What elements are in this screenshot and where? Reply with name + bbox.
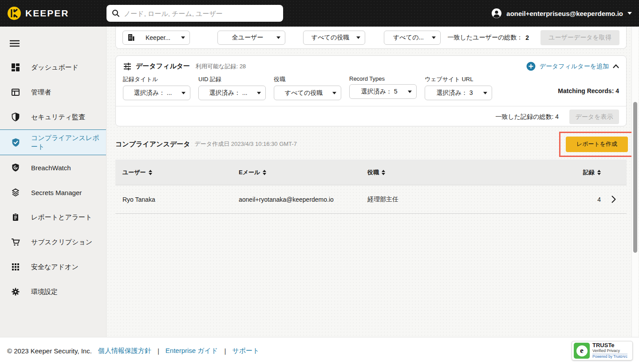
- plus-circle-icon: [526, 62, 536, 71]
- matched-users-label: 一致したユーザーの総数：: [448, 34, 523, 42]
- sort-icon[interactable]: [597, 170, 601, 175]
- truste-badge[interactable]: e TRUSTe Verified Privacy Powered by Tru…: [572, 341, 633, 360]
- scrollbar-track[interactable]: [631, 27, 638, 337]
- sort-icon[interactable]: [149, 170, 152, 175]
- gear-icon: [11, 287, 20, 296]
- shield-check-icon: [11, 138, 20, 147]
- sidebar-item-label: レポートとアラート: [31, 213, 92, 222]
- add-data-filter-link[interactable]: データフィルターを追加: [526, 62, 619, 71]
- search-input[interactable]: [124, 10, 278, 17]
- keeper-logo[interactable]: KEEPER: [7, 6, 69, 20]
- sidebar-item-breachwatch[interactable]: BreachWatch: [0, 155, 106, 180]
- create-report-button[interactable]: レポートを作成: [566, 137, 628, 152]
- add-data-filter-label: データフィルターを追加: [540, 63, 609, 70]
- global-search[interactable]: [106, 5, 283, 22]
- col-header-records: 記録: [583, 168, 595, 176]
- clipboard-icon: [11, 213, 20, 222]
- table-row[interactable]: Ryo Tanaka aoneil+ryotanaka@keeperdemo.i…: [115, 185, 627, 214]
- roles-dropdown-value: すべての役職: [308, 34, 353, 42]
- cell-role: 経理部主任: [367, 196, 398, 204]
- record-types-dropdown[interactable]: 選択済み： 5: [349, 84, 417, 99]
- cell-records: 4: [597, 196, 601, 203]
- compliance-created-date: データ作成日 2023/4/3 10:16:30 GMT-7: [195, 140, 297, 148]
- filter-label: ウェブサイト URL: [425, 75, 492, 83]
- compliance-title: コンプライアンスデータ: [115, 140, 190, 149]
- cart-icon: [11, 238, 20, 247]
- row-expand-button[interactable]: [601, 196, 627, 203]
- caret-down-icon: [408, 90, 412, 93]
- chevron-right-icon: [611, 196, 616, 203]
- account-menu[interactable]: aoneil+enterpriseus@keeperdemo.io: [491, 0, 632, 27]
- footer-link-enterprise-guide[interactable]: Enterprise ガイド: [166, 347, 218, 355]
- record-uid-dropdown[interactable]: 選択済み： ...: [198, 86, 266, 100]
- get-user-data-button[interactable]: ユーザーデータを取得: [540, 30, 619, 45]
- matching-records-label: Matching Records: 4: [558, 87, 619, 94]
- truste-logo-letter: e: [576, 345, 588, 356]
- truste-powered-by: Powered by TrustArc: [592, 354, 627, 359]
- caret-down-icon: [483, 92, 487, 94]
- cell-email: aoneil+ryotanaka@keeperdemo.io: [239, 196, 334, 203]
- role-filter-dropdown-value: すべての役職: [279, 89, 329, 97]
- teams-dropdown-value: すべての...: [389, 34, 428, 42]
- filter-role: 役職 すべての役職: [274, 75, 341, 100]
- chevron-up-icon[interactable]: [613, 64, 619, 68]
- copyright-text: © 2023 Keeper Security, Inc.: [7, 347, 92, 355]
- caret-down-icon: [432, 36, 436, 39]
- footer-link-support[interactable]: サポート: [232, 347, 259, 355]
- shield-half-icon: [11, 113, 20, 121]
- sidebar-item-label: 管理者: [31, 88, 51, 97]
- roles-dropdown[interactable]: すべての役職: [303, 31, 365, 45]
- col-header-email: Eメール: [239, 168, 260, 176]
- show-data-button[interactable]: データを表示: [569, 110, 619, 124]
- record-uid-dropdown-value: 選択済み： ...: [203, 89, 253, 97]
- col-header-role: 役職: [367, 168, 379, 176]
- caret-down-icon: [332, 92, 336, 94]
- footer-link-privacy[interactable]: 個人情報保護方針: [98, 347, 151, 355]
- sidebar-item-subscription[interactable]: サブスクリプション: [0, 230, 106, 254]
- filter-label: 記録タイトル: [123, 75, 190, 83]
- layers-icon: [11, 188, 20, 197]
- compliance-header: コンプライアンスデータ データ作成日 2023/4/3 10:16:30 GMT…: [115, 132, 627, 157]
- brand-name: KEEPER: [25, 8, 69, 19]
- sidebar-item-security-audit[interactable]: セキュリティ監査: [0, 105, 106, 129]
- sidebar-item-admin[interactable]: 管理者: [0, 80, 106, 105]
- node-dropdown-value: Keeper...: [138, 34, 178, 41]
- sort-icon[interactable]: [263, 170, 266, 175]
- sort-icon[interactable]: [382, 170, 385, 175]
- caret-down-icon: [181, 92, 185, 94]
- sidebar: ダッシュボード 管理者 セキュリティ監査 コンプライアンスレポート: [0, 27, 106, 337]
- role-filter-dropdown[interactable]: すべての役職: [274, 86, 341, 100]
- caret-down-icon: [276, 36, 280, 39]
- scrollbar-thumb[interactable]: [633, 102, 637, 253]
- sidebar-item-compliance-reports[interactable]: コンプライアンスレポート: [0, 129, 106, 155]
- topbar: KEEPER aoneil+enterpriseus@keeperdemo.io: [0, 0, 639, 27]
- sidebar-item-dashboard[interactable]: ダッシュボード: [0, 55, 106, 80]
- node-dropdown[interactable]: Keeper...: [122, 31, 190, 45]
- website-url-dropdown-value: 選択済み： 3: [430, 89, 480, 97]
- sidebar-item-label: 安全なアドオン: [31, 263, 79, 271]
- sidebar-item-label: ダッシュボード: [31, 63, 79, 72]
- main-content: Keeper... 全ユーザー すべての役職 すべての... 一致したユーザーの…: [106, 27, 639, 337]
- dashboard-icon: [11, 63, 20, 72]
- record-types-dropdown-value: 選択済み： 5: [354, 88, 404, 96]
- sidebar-item-settings[interactable]: 環境設定: [0, 279, 106, 304]
- sidebar-item-reports-alerts[interactable]: レポートとアラート: [0, 205, 106, 230]
- sidebar-item-secure-addons[interactable]: 安全なアドオン: [0, 254, 106, 279]
- search-icon: [112, 9, 120, 17]
- record-title-dropdown[interactable]: 選択済み： ...: [123, 86, 190, 100]
- footer: © 2023 Keeper Security, Inc. 個人情報保護方針 | …: [0, 337, 639, 364]
- sidebar-item-secrets-manager[interactable]: Secrets Manager: [0, 180, 106, 205]
- website-url-dropdown[interactable]: 選択済み： 3: [425, 86, 492, 100]
- col-header-user: ユーザー: [122, 168, 146, 176]
- caret-down-icon: [257, 92, 261, 94]
- teams-dropdown[interactable]: すべての...: [384, 31, 441, 45]
- data-filter-title: データフィルター: [136, 62, 190, 70]
- users-dropdown[interactable]: 全ユーザー: [217, 31, 285, 45]
- menu-toggle-button[interactable]: [10, 36, 26, 51]
- grid-dots-icon: [11, 262, 20, 271]
- truste-title: TRUSTe: [592, 342, 627, 348]
- filter-record-title: 記録タイトル 選択済み： ...: [123, 75, 190, 100]
- sidebar-item-label: 環境設定: [31, 288, 58, 296]
- footer-separator: |: [224, 347, 226, 355]
- filter-record-types: Record Types 選択済み： 5: [349, 75, 417, 99]
